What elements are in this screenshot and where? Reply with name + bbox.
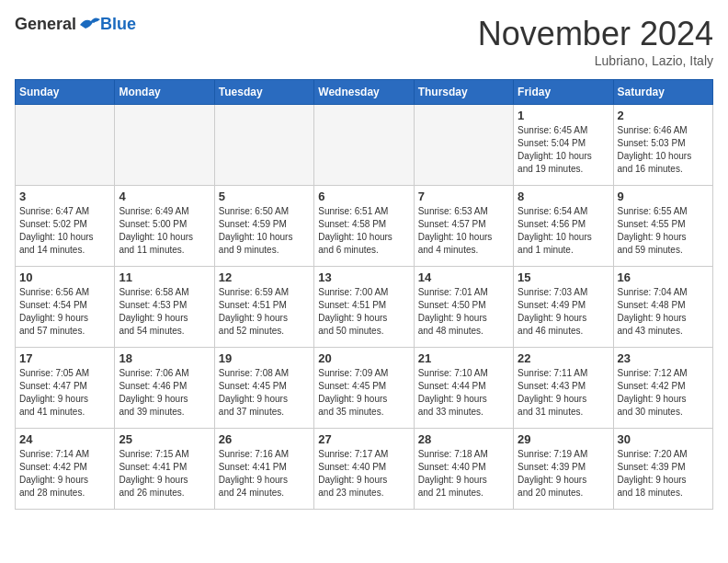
calendar-day-cell: 29Sunrise: 7:19 AM Sunset: 4:39 PM Dayli… (514, 429, 613, 510)
weekday-header: Saturday (613, 80, 712, 105)
day-number: 7 (418, 190, 509, 203)
weekday-header: Monday (115, 80, 214, 105)
location-text: Lubriano, Lazio, Italy (478, 53, 713, 68)
day-number: 14 (418, 270, 509, 284)
day-info: Sunrise: 6:45 AM Sunset: 5:04 PM Dayligh… (518, 124, 609, 176)
day-number: 24 (19, 432, 110, 446)
calendar-week-row: 1Sunrise: 6:45 AM Sunset: 5:04 PM Daylig… (16, 105, 713, 186)
calendar-day-cell: 6Sunrise: 6:51 AM Sunset: 4:58 PM Daylig… (314, 186, 414, 267)
calendar-day-cell: 11Sunrise: 6:58 AM Sunset: 4:53 PM Dayli… (115, 267, 214, 348)
day-info: Sunrise: 7:10 AM Sunset: 4:44 PM Dayligh… (418, 367, 509, 419)
day-info: Sunrise: 6:55 AM Sunset: 4:55 PM Dayligh… (618, 205, 709, 257)
day-info: Sunrise: 7:06 AM Sunset: 4:46 PM Dayligh… (119, 367, 210, 419)
calendar-day-cell (314, 105, 414, 186)
weekday-header: Thursday (414, 80, 513, 105)
calendar-week-row: 24Sunrise: 7:14 AM Sunset: 4:42 PM Dayli… (16, 429, 713, 510)
day-info: Sunrise: 6:51 AM Sunset: 4:58 PM Dayligh… (318, 205, 409, 257)
day-number: 16 (618, 270, 709, 284)
day-info: Sunrise: 7:15 AM Sunset: 4:41 PM Dayligh… (119, 448, 210, 500)
day-number: 28 (418, 432, 509, 446)
day-info: Sunrise: 7:11 AM Sunset: 4:43 PM Dayligh… (518, 367, 609, 419)
calendar-day-cell: 19Sunrise: 7:08 AM Sunset: 4:45 PM Dayli… (214, 348, 313, 429)
day-info: Sunrise: 6:58 AM Sunset: 4:53 PM Dayligh… (119, 286, 210, 338)
calendar-day-cell: 8Sunrise: 6:54 AM Sunset: 4:56 PM Daylig… (514, 186, 613, 267)
calendar-day-cell: 25Sunrise: 7:15 AM Sunset: 4:41 PM Dayli… (115, 429, 214, 510)
day-number: 21 (418, 351, 509, 365)
day-info: Sunrise: 7:16 AM Sunset: 4:41 PM Dayligh… (219, 448, 310, 500)
calendar-week-row: 3Sunrise: 6:47 AM Sunset: 5:02 PM Daylig… (16, 186, 713, 267)
calendar-header-row: SundayMondayTuesdayWednesdayThursdayFrid… (16, 80, 713, 105)
day-number: 15 (518, 270, 609, 284)
calendar-day-cell: 28Sunrise: 7:18 AM Sunset: 4:40 PM Dayli… (414, 429, 513, 510)
day-info: Sunrise: 7:01 AM Sunset: 4:50 PM Dayligh… (418, 286, 509, 338)
calendar-week-row: 17Sunrise: 7:05 AM Sunset: 4:47 PM Dayli… (16, 348, 713, 429)
day-number: 5 (219, 190, 310, 203)
title-section: November 2024 Lubriano, Lazio, Italy (478, 15, 713, 68)
calendar-day-cell: 23Sunrise: 7:12 AM Sunset: 4:42 PM Dayli… (613, 348, 712, 429)
day-number: 2 (618, 109, 709, 122)
calendar-day-cell: 24Sunrise: 7:14 AM Sunset: 4:42 PM Dayli… (16, 429, 115, 510)
day-info: Sunrise: 6:49 AM Sunset: 5:00 PM Dayligh… (119, 205, 210, 257)
day-number: 1 (518, 109, 609, 122)
calendar-day-cell: 14Sunrise: 7:01 AM Sunset: 4:50 PM Dayli… (414, 267, 513, 348)
weekday-header: Friday (514, 80, 613, 105)
logo-blue-text: Blue (100, 15, 136, 34)
calendar-day-cell: 5Sunrise: 6:50 AM Sunset: 4:59 PM Daylig… (214, 186, 313, 267)
day-info: Sunrise: 7:08 AM Sunset: 4:45 PM Dayligh… (219, 367, 310, 419)
calendar-day-cell: 1Sunrise: 6:45 AM Sunset: 5:04 PM Daylig… (514, 105, 613, 186)
logo-general-text: General (15, 15, 76, 34)
day-info: Sunrise: 7:18 AM Sunset: 4:40 PM Dayligh… (418, 448, 509, 500)
day-number: 10 (19, 270, 110, 284)
calendar-table: SundayMondayTuesdayWednesdayThursdayFrid… (15, 79, 713, 510)
calendar-day-cell: 18Sunrise: 7:06 AM Sunset: 4:46 PM Dayli… (115, 348, 214, 429)
calendar-day-cell: 10Sunrise: 6:56 AM Sunset: 4:54 PM Dayli… (16, 267, 115, 348)
day-number: 22 (518, 351, 609, 365)
calendar-day-cell: 16Sunrise: 7:04 AM Sunset: 4:48 PM Dayli… (613, 267, 712, 348)
calendar-day-cell: 27Sunrise: 7:17 AM Sunset: 4:40 PM Dayli… (314, 429, 414, 510)
day-info: Sunrise: 6:46 AM Sunset: 5:03 PM Dayligh… (618, 124, 709, 176)
day-info: Sunrise: 7:17 AM Sunset: 4:40 PM Dayligh… (318, 448, 409, 500)
day-number: 18 (119, 351, 210, 365)
day-number: 11 (119, 270, 210, 284)
day-info: Sunrise: 7:05 AM Sunset: 4:47 PM Dayligh… (19, 367, 110, 419)
calendar-day-cell: 9Sunrise: 6:55 AM Sunset: 4:55 PM Daylig… (613, 186, 712, 267)
day-number: 23 (618, 351, 709, 365)
day-number: 26 (219, 432, 310, 446)
day-number: 20 (318, 351, 409, 365)
day-info: Sunrise: 7:20 AM Sunset: 4:39 PM Dayligh… (618, 448, 709, 500)
calendar-day-cell: 4Sunrise: 6:49 AM Sunset: 5:00 PM Daylig… (115, 186, 214, 267)
calendar-week-row: 10Sunrise: 6:56 AM Sunset: 4:54 PM Dayli… (16, 267, 713, 348)
month-title: November 2024 (478, 15, 713, 53)
calendar-day-cell: 20Sunrise: 7:09 AM Sunset: 4:45 PM Dayli… (314, 348, 414, 429)
day-number: 27 (318, 432, 409, 446)
day-number: 19 (219, 351, 310, 365)
day-info: Sunrise: 7:00 AM Sunset: 4:51 PM Dayligh… (318, 286, 409, 338)
day-info: Sunrise: 6:47 AM Sunset: 5:02 PM Dayligh… (19, 205, 110, 257)
day-info: Sunrise: 7:19 AM Sunset: 4:39 PM Dayligh… (518, 448, 609, 500)
calendar-day-cell (214, 105, 313, 186)
calendar-day-cell (16, 105, 115, 186)
day-number: 12 (219, 270, 310, 284)
calendar-day-cell: 21Sunrise: 7:10 AM Sunset: 4:44 PM Dayli… (414, 348, 513, 429)
logo: General Blue (15, 15, 136, 34)
day-number: 8 (518, 190, 609, 203)
calendar-day-cell: 12Sunrise: 6:59 AM Sunset: 4:51 PM Dayli… (214, 267, 313, 348)
day-info: Sunrise: 6:54 AM Sunset: 4:56 PM Dayligh… (518, 205, 609, 257)
day-info: Sunrise: 7:03 AM Sunset: 4:49 PM Dayligh… (518, 286, 609, 338)
day-number: 9 (618, 190, 709, 203)
logo-bird-icon (78, 16, 100, 34)
day-info: Sunrise: 6:59 AM Sunset: 4:51 PM Dayligh… (219, 286, 310, 338)
page-header: General Blue November 2024 Lubriano, Laz… (15, 15, 713, 68)
calendar-day-cell (115, 105, 214, 186)
calendar-day-cell: 17Sunrise: 7:05 AM Sunset: 4:47 PM Dayli… (16, 348, 115, 429)
calendar-day-cell (414, 105, 513, 186)
calendar-day-cell: 26Sunrise: 7:16 AM Sunset: 4:41 PM Dayli… (214, 429, 313, 510)
day-number: 6 (318, 190, 409, 203)
calendar-day-cell: 22Sunrise: 7:11 AM Sunset: 4:43 PM Dayli… (514, 348, 613, 429)
day-info: Sunrise: 6:53 AM Sunset: 4:57 PM Dayligh… (418, 205, 509, 257)
day-info: Sunrise: 7:09 AM Sunset: 4:45 PM Dayligh… (318, 367, 409, 419)
day-info: Sunrise: 7:14 AM Sunset: 4:42 PM Dayligh… (19, 448, 110, 500)
day-number: 25 (119, 432, 210, 446)
calendar-day-cell: 3Sunrise: 6:47 AM Sunset: 5:02 PM Daylig… (16, 186, 115, 267)
weekday-header: Sunday (16, 80, 115, 105)
